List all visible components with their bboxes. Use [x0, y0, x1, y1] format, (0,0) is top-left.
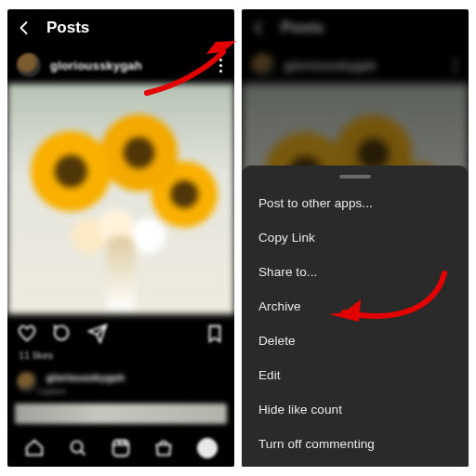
home-icon[interactable] — [24, 438, 45, 458]
page-title: Posts — [281, 19, 324, 37]
sheet-item-archive[interactable]: Archive — [242, 289, 469, 324]
sheet-item-turn-off-commenting[interactable]: Turn off commenting — [242, 427, 469, 461]
comment-icon[interactable] — [52, 324, 73, 344]
more-options-button — [451, 56, 459, 75]
screenshot-right: Posts gloriousskygah Post to other apps.… — [242, 9, 469, 467]
page-title: Posts — [46, 19, 89, 37]
sheet-grabber-icon[interactable] — [339, 175, 371, 178]
back-arrow-icon[interactable] — [17, 20, 33, 36]
avatar[interactable] — [17, 53, 41, 77]
bottom-nav — [7, 430, 234, 467]
back-arrow-icon[interactable] — [251, 20, 268, 36]
header: Posts — [242, 9, 469, 46]
sheet-item-copy-link[interactable]: Copy Link — [242, 220, 469, 255]
story-strip[interactable] — [15, 403, 227, 424]
svg-point-0 — [71, 442, 82, 453]
username: gloriousskygah — [284, 59, 377, 73]
profile-icon[interactable] — [197, 438, 218, 458]
comment-author-row[interactable]: gloriousskygah Caption — [7, 366, 234, 398]
dots-vertical-icon — [454, 59, 456, 61]
share-icon[interactable] — [87, 324, 108, 344]
sheet-item-post-other-apps[interactable]: Post to other apps... — [242, 186, 469, 220]
reels-icon[interactable] — [111, 438, 131, 458]
sheet-item-edit[interactable]: Edit — [242, 358, 469, 392]
screenshot-left: Posts gloriousskygah 11 likes glorioussk… — [7, 9, 234, 467]
post-image[interactable] — [7, 84, 234, 314]
sheet-item-hide-like-count[interactable]: Hide like count — [242, 392, 469, 427]
post-actions — [7, 314, 234, 348]
heart-icon[interactable] — [17, 324, 37, 344]
search-icon[interactable] — [68, 438, 88, 458]
sheet-item-delete[interactable]: Delete — [242, 324, 469, 358]
options-sheet: Post to other apps... Copy Link Share to… — [242, 165, 469, 467]
username[interactable]: gloriousskygah — [50, 59, 142, 73]
avatar — [251, 53, 275, 77]
bookmark-icon[interactable] — [205, 324, 225, 344]
caption-preview: Caption — [37, 387, 125, 396]
svg-rect-1 — [113, 441, 129, 456]
likes-count[interactable]: 11 likes — [7, 348, 234, 366]
more-options-button[interactable] — [217, 56, 225, 75]
header: Posts — [7, 9, 234, 46]
sheet-item-share-to[interactable]: Share to... — [242, 255, 469, 289]
username: gloriousskygah — [46, 372, 125, 383]
post-author-row[interactable]: gloriousskygah — [7, 46, 234, 84]
post-author-row: gloriousskygah — [242, 46, 469, 84]
avatar[interactable] — [17, 372, 37, 392]
dots-vertical-icon — [219, 59, 222, 61]
shop-icon[interactable] — [153, 438, 174, 458]
